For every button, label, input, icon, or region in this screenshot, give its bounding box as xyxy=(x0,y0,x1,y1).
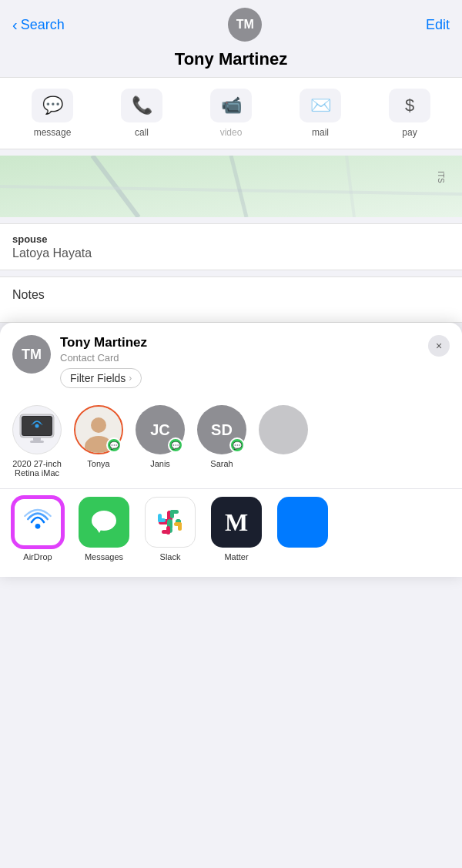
app-item-messages[interactable]: Messages xyxy=(79,497,129,561)
spouse-label: spouse xyxy=(12,233,450,245)
close-button[interactable]: × xyxy=(428,335,450,357)
app-item-matter[interactable]: M Matter xyxy=(211,497,262,561)
video-label: video xyxy=(220,127,243,138)
svg-rect-34 xyxy=(162,530,170,534)
app-item-more[interactable] xyxy=(277,497,328,561)
slack-label: Slack xyxy=(160,552,181,561)
d-avatar-wrap xyxy=(259,405,308,454)
tonya-message-badge: 💬 xyxy=(106,437,122,453)
share-sheet: TM Tony Martinez Contact Card Filter Fie… xyxy=(0,323,462,577)
more-app-icon xyxy=(277,497,328,548)
person-item-d[interactable] xyxy=(259,405,308,478)
action-video[interactable]: 📹 video xyxy=(186,89,276,138)
device-avatar-wrap xyxy=(12,405,62,454)
spouse-value[interactable]: Latoya Hayata xyxy=(12,246,450,260)
matter-icon: M xyxy=(211,497,262,548)
notes-label: Notes xyxy=(12,288,450,302)
svg-point-10 xyxy=(35,424,39,428)
share-info: Tony Martinez Contact Card Filter Fields… xyxy=(60,335,428,388)
d-avatar xyxy=(259,405,308,454)
airdrop-label: AirDrop xyxy=(23,552,52,561)
svg-rect-30 xyxy=(178,522,182,531)
svg-rect-28 xyxy=(158,514,162,522)
sarah-name: Sarah xyxy=(210,459,233,468)
person-item-tonya[interactable]: 💬 Tonya xyxy=(74,405,123,478)
share-name: Tony Martinez xyxy=(60,335,428,350)
back-label: Search xyxy=(21,17,65,33)
sarah-avatar-wrap: SD 💬 xyxy=(197,405,246,454)
janis-badge-icon: 💬 xyxy=(171,441,180,450)
janis-name: Janis xyxy=(150,459,170,468)
matter-m-icon: M xyxy=(225,508,248,537)
video-icon: 📹 xyxy=(210,89,252,122)
map-placeholder: ITS xyxy=(0,156,462,217)
svg-rect-12 xyxy=(30,441,44,443)
janis-message-badge: 💬 xyxy=(168,437,183,453)
call-label: call xyxy=(135,127,149,138)
tonya-avatar-wrap: 💬 xyxy=(74,405,123,454)
matter-label: Matter xyxy=(224,552,248,561)
edit-button[interactable]: Edit xyxy=(426,17,450,33)
mail-label: mail xyxy=(312,127,329,138)
person-item-sarah[interactable]: SD 💬 Sarah xyxy=(197,405,246,478)
call-icon: 📞 xyxy=(121,89,162,122)
map-svg: ITS xyxy=(0,156,462,217)
person-item-janis[interactable]: JC 💬 Janis xyxy=(136,405,185,478)
svg-rect-11 xyxy=(33,437,41,441)
app-item-slack[interactable]: Slack xyxy=(145,497,196,561)
svg-point-16 xyxy=(35,524,41,529)
messages-bubble-icon xyxy=(89,507,119,538)
chevron-right-icon: › xyxy=(129,373,132,384)
contact-name: Tony Martinez xyxy=(0,46,462,77)
message-icon: 💬 xyxy=(32,89,73,122)
chevron-left-icon: ‹ xyxy=(12,16,18,34)
action-row: 💬 message 📞 call 📹 video ✉️ mail $ pay xyxy=(0,77,462,149)
mail-icon: ✉️ xyxy=(300,89,341,122)
filter-fields-button[interactable]: Filter Fields › xyxy=(60,368,142,388)
share-avatar: TM xyxy=(12,335,51,374)
device-avatar xyxy=(12,405,62,454)
person-item-device[interactable]: 2020 27-inch Retina iMac xyxy=(12,405,62,478)
action-mail[interactable]: ✉️ mail xyxy=(276,89,365,138)
back-button[interactable]: ‹ Search xyxy=(12,16,65,34)
avatar: TM xyxy=(228,8,262,42)
app-row: AirDrop Messages xyxy=(0,488,462,577)
pay-icon: $ xyxy=(389,89,430,122)
top-nav: ‹ Search TM Edit xyxy=(0,0,462,46)
sarah-message-badge: 💬 xyxy=(229,437,245,453)
message-badge-icon: 💬 xyxy=(109,441,119,450)
sarah-badge-icon: 💬 xyxy=(233,441,242,450)
device-name: 2020 27-inch Retina iMac xyxy=(12,459,62,478)
spouse-section: spouse Latoya Hayata xyxy=(0,223,462,270)
people-row: 2020 27-inch Retina iMac 💬 Tonya xyxy=(0,399,462,488)
svg-point-14 xyxy=(91,417,106,433)
janis-avatar-wrap: JC 💬 xyxy=(136,405,185,454)
action-call[interactable]: 📞 call xyxy=(97,89,186,138)
airdrop-icon xyxy=(12,497,63,548)
action-message[interactable]: 💬 message xyxy=(8,89,97,138)
share-card-header: TM Tony Martinez Contact Card Filter Fie… xyxy=(0,335,462,399)
slack-icon xyxy=(145,497,196,548)
svg-text:ITS: ITS xyxy=(437,171,445,183)
messages-icon xyxy=(79,497,129,548)
svg-point-17 xyxy=(92,511,116,531)
notes-section[interactable]: Notes xyxy=(0,276,462,323)
imac-icon xyxy=(17,411,57,448)
tonya-name: Tonya xyxy=(87,459,109,468)
app-item-airdrop[interactable]: AirDrop xyxy=(12,497,63,561)
action-pay[interactable]: $ pay xyxy=(365,89,454,138)
message-label: message xyxy=(34,127,72,138)
messages-label: Messages xyxy=(85,552,123,561)
map-section[interactable]: ITS xyxy=(0,156,462,217)
pay-label: pay xyxy=(402,127,417,138)
svg-rect-32 xyxy=(170,510,179,514)
slack-logo-icon xyxy=(155,507,186,538)
share-subtitle: Contact Card xyxy=(60,352,428,364)
airdrop-wifi-icon xyxy=(22,507,53,538)
